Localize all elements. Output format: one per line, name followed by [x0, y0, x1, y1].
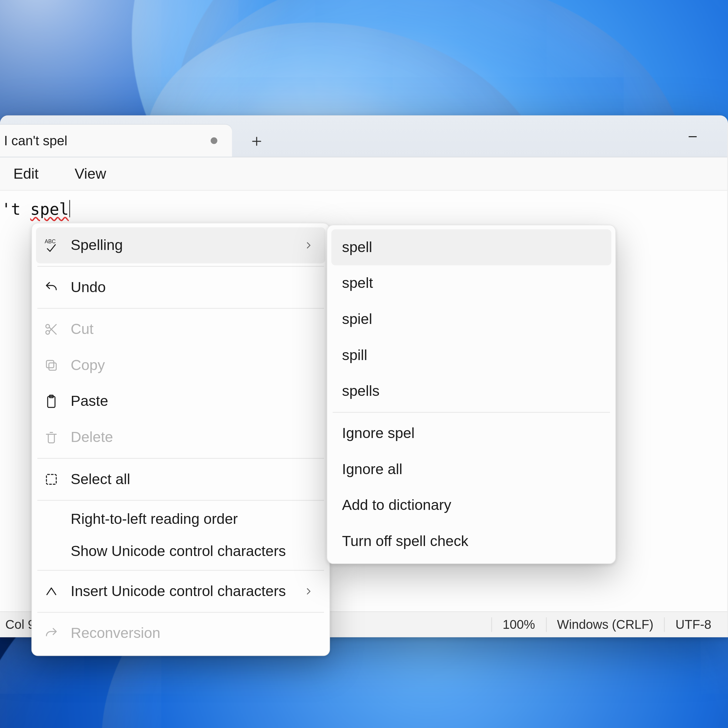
editor-text-prefix: 't — [1, 200, 30, 219]
svg-text:ABC: ABC — [44, 239, 55, 245]
spell-suggestion[interactable]: spiel — [331, 301, 611, 337]
context-item-copy: Copy — [36, 347, 326, 384]
suggestion-label: spill — [342, 347, 367, 364]
add-to-dictionary[interactable]: Add to dictionary — [331, 488, 611, 523]
context-item-reconversion: Reconversion — [36, 615, 326, 652]
spell-suggestion[interactable]: spill — [331, 337, 611, 373]
ignore-all[interactable]: Ignore all — [331, 451, 611, 488]
window-controls — [678, 116, 727, 157]
redo-icon — [41, 626, 61, 641]
context-item-select-all[interactable]: Select all — [36, 461, 326, 497]
context-menu: ABC Spelling Undo Cut Copy Paste — [31, 223, 330, 656]
text-caret — [69, 200, 70, 217]
trash-icon — [41, 430, 61, 445]
status-zoom[interactable]: 100% — [491, 617, 546, 632]
context-label: Delete — [71, 428, 316, 446]
context-item-cut: Cut — [36, 311, 326, 347]
minimize-icon — [687, 131, 699, 143]
spellcheck-icon: ABC — [41, 237, 61, 253]
document-tab[interactable]: I can't spel — [0, 125, 232, 156]
svg-rect-7 — [46, 474, 56, 484]
submenu-label: Add to dictionary — [342, 497, 451, 514]
select-all-icon — [41, 472, 61, 486]
menu-view[interactable]: View — [68, 161, 113, 187]
chevron-right-icon — [301, 586, 316, 596]
suggestion-label: spiel — [342, 310, 372, 328]
context-label: Reconversion — [71, 624, 316, 642]
context-label: Right-to-left reading order — [71, 511, 316, 528]
minimize-button[interactable] — [678, 122, 707, 151]
submenu-label: Turn off spell check — [342, 533, 468, 550]
context-label: Copy — [71, 357, 316, 374]
spelling-submenu: spell spelt spiel spill spells Ignore sp… — [327, 225, 616, 564]
submenu-label: Ignore all — [342, 461, 402, 478]
context-item-spelling[interactable]: ABC Spelling — [36, 227, 326, 263]
context-label: Cut — [71, 321, 316, 338]
context-label: Spelling — [71, 237, 292, 254]
status-encoding[interactable]: UTF-8 — [664, 617, 722, 632]
misspelled-word: spel — [30, 200, 69, 219]
copy-icon — [41, 358, 61, 373]
menu-edit[interactable]: Edit — [7, 161, 45, 187]
context-label: Undo — [71, 279, 316, 296]
menubar: Edit View — [0, 158, 727, 191]
undo-icon — [41, 280, 61, 295]
context-label: Insert Unicode control characters — [71, 583, 292, 600]
suggestion-label: spelt — [342, 275, 373, 292]
spell-suggestion[interactable]: spell — [331, 229, 611, 265]
context-item-paste[interactable]: Paste — [36, 384, 326, 419]
new-tab-button[interactable] — [242, 126, 272, 156]
unsaved-indicator-icon — [211, 138, 217, 144]
chevron-right-icon — [301, 240, 316, 251]
svg-rect-4 — [46, 360, 54, 368]
context-item-undo[interactable]: Undo — [36, 269, 326, 306]
titlebar: I can't spel — [0, 116, 727, 157]
context-label: Paste — [71, 393, 316, 410]
plus-icon — [251, 135, 263, 147]
caret-up-icon — [41, 584, 61, 598]
ignore-word[interactable]: Ignore spel — [331, 415, 611, 451]
context-label: Show Unicode control characters — [71, 543, 316, 560]
context-item-delete: Delete — [36, 419, 326, 455]
context-item-insert-unicode[interactable]: Insert Unicode control characters — [36, 573, 326, 609]
context-label: Select all — [71, 471, 316, 488]
context-item-show-unicode[interactable]: Show Unicode control characters — [36, 535, 326, 567]
status-line-endings[interactable]: Windows (CRLF) — [546, 617, 664, 632]
scissors-icon — [41, 322, 61, 337]
context-item-rtl-reading[interactable]: Right-to-left reading order — [36, 503, 326, 535]
suggestion-label: spells — [342, 383, 379, 400]
submenu-label: Ignore spel — [342, 425, 414, 442]
tab-title: I can't spel — [4, 133, 204, 148]
suggestion-label: spell — [342, 239, 372, 256]
spell-suggestion[interactable]: spelt — [331, 265, 611, 301]
turn-off-spell-check[interactable]: Turn off spell check — [331, 523, 611, 559]
svg-rect-3 — [49, 363, 56, 370]
spell-suggestion[interactable]: spells — [331, 373, 611, 410]
clipboard-icon — [41, 394, 61, 408]
